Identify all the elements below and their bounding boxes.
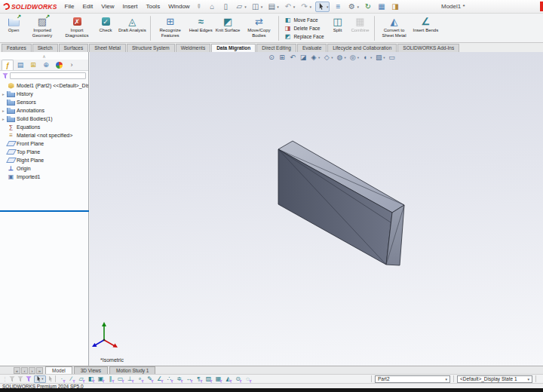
ribbon-button[interactable]: Open: [2, 14, 25, 42]
command-tab[interactable]: Sheet Metal: [89, 44, 126, 52]
clear-filters-icon[interactable]: [9, 376, 15, 382]
filter-solid-body-icon[interactable]: [97, 375, 104, 382]
view-tool-button[interactable]: [336, 54, 346, 61]
ribbon-button[interactable]: Check: [94, 14, 117, 42]
quick-access-button[interactable]: [390, 2, 400, 12]
command-tab[interactable]: Features: [2, 44, 32, 52]
ribbon-small-button[interactable]: Delete Face: [284, 24, 324, 32]
graphics-viewport[interactable]: *Isometric: [90, 52, 543, 366]
filter-block-icon[interactable]: [215, 375, 222, 382]
tree-root-item[interactable]: Model1 (Part2) <<Default>_Display St: [0, 81, 88, 90]
ribbon-small-button[interactable]: Move Face: [284, 16, 324, 23]
command-tab[interactable]: Evaluate: [297, 44, 327, 52]
display-state-dropdown[interactable]: <Default>_Display State 1 ▾: [457, 375, 532, 383]
ribbon-button[interactable]: [374, 16, 375, 41]
ribbon-button[interactable]: Recognize Features: [153, 14, 188, 42]
nav-first-icon[interactable]: [14, 367, 20, 374]
tree-item[interactable]: Annotations: [0, 106, 88, 115]
tree-item[interactable]: Right Plane: [0, 156, 88, 164]
filter-sketch-icon[interactable]: [146, 375, 153, 382]
tree-item[interactable]: Equations: [0, 123, 88, 131]
quick-access-button[interactable]: [315, 2, 330, 12]
quick-access-button[interactable]: [283, 2, 296, 12]
model-3d-part[interactable]: [90, 52, 543, 366]
panel-collapse-handle[interactable]: ∧: [0, 52, 88, 60]
filter-vertex-icon[interactable]: [58, 375, 65, 382]
menu-item[interactable]: View: [101, 3, 114, 10]
quick-access-button[interactable]: [376, 2, 387, 12]
filter-hatch-icon[interactable]: [205, 375, 212, 382]
lasso-select-icon[interactable]: [48, 376, 53, 382]
rollback-bar[interactable]: [0, 210, 89, 212]
menu-item[interactable]: Window: [168, 3, 189, 10]
command-tab[interactable]: Data Migration: [211, 44, 256, 52]
select-tool-button[interactable]: [34, 375, 46, 383]
filter-point-icon[interactable]: [137, 375, 143, 382]
quick-access-button[interactable]: [207, 2, 217, 12]
filter-connection-point-icon[interactable]: [244, 375, 251, 382]
command-tab[interactable]: SOLIDWORKS Add-Ins: [397, 44, 459, 52]
tree-item[interactable]: Solid Bodies(1): [0, 115, 88, 123]
quick-access-button[interactable]: [220, 2, 231, 12]
toggle-filters-icon[interactable]: [26, 376, 32, 382]
filter-route-point-icon[interactable]: [235, 375, 241, 382]
quick-access-button[interactable]: [333, 2, 343, 12]
manager-tab[interactable]: [2, 60, 14, 70]
command-tab[interactable]: Structure System: [127, 44, 175, 52]
quick-access-button[interactable]: [363, 2, 373, 12]
view-tool-button[interactable]: [299, 54, 307, 61]
filter-axis-icon[interactable]: [107, 375, 114, 382]
ribbon-button[interactable]: Draft Analysis: [117, 14, 148, 42]
command-tab[interactable]: Weldments: [176, 44, 210, 52]
view-tool-button[interactable]: [388, 54, 396, 61]
ribbon-small-button[interactable]: Replace Face: [284, 33, 324, 41]
tree-item[interactable]: Material <not specified>: [0, 131, 88, 139]
view-tool-button[interactable]: [323, 54, 333, 61]
ribbon-button[interactable]: Heal Edges: [188, 14, 214, 42]
command-tab[interactable]: Sketch: [32, 44, 58, 52]
menu-item[interactable]: Insert: [122, 3, 137, 10]
ribbon-button[interactable]: Imported Geometry: [25, 14, 60, 42]
nav-prev-icon[interactable]: [21, 367, 28, 374]
part-dropdown[interactable]: Part2 ▾: [375, 375, 450, 383]
filter-dimension-icon[interactable]: [186, 375, 192, 382]
manager-tab[interactable]: [40, 60, 52, 70]
ribbon-button[interactable]: Move/Copy Bodies: [241, 14, 276, 42]
view-tool-button[interactable]: [362, 54, 372, 61]
filter-edge-icon[interactable]: [68, 375, 75, 382]
command-tab[interactable]: Direct Editing: [256, 44, 296, 52]
filter-funnel-icon[interactable]: [2, 73, 8, 79]
ribbon-button[interactable]: Split: [327, 14, 349, 42]
ribbon-button[interactable]: Knit Surface: [214, 14, 242, 42]
document-tab[interactable]: Model: [45, 366, 72, 374]
quick-access-button[interactable]: [250, 2, 264, 12]
command-tab[interactable]: Lifecycle and Collaboration: [327, 44, 397, 52]
nav-next-icon[interactable]: [29, 367, 35, 374]
tree-item[interactable]: Front Plane: [0, 139, 88, 148]
tree-item[interactable]: Sensors: [0, 98, 88, 106]
ribbon-button[interactable]: [150, 16, 151, 41]
filter-surface-body-icon[interactable]: [87, 375, 94, 382]
filter-origin-icon[interactable]: [127, 375, 133, 382]
clear-all-filters-icon[interactable]: [17, 376, 23, 382]
quick-access-button[interactable]: [266, 2, 280, 12]
filter-sketch-point-icon[interactable]: [166, 375, 173, 382]
manager-tab[interactable]: [66, 60, 78, 70]
document-tab[interactable]: Motion Study 1: [109, 366, 155, 374]
command-tab[interactable]: Surfaces: [59, 44, 89, 52]
document-tab[interactable]: 3D Views: [74, 366, 108, 374]
quick-access-button[interactable]: [234, 2, 247, 12]
filter-weld-bead-icon[interactable]: [225, 375, 232, 382]
manager-tab[interactable]: [14, 60, 26, 70]
tree-item[interactable]: Imported1: [0, 173, 88, 181]
filter-midpoint-icon[interactable]: [176, 375, 183, 382]
ribbon-button[interactable]: Insert Bends: [412, 14, 440, 42]
nav-last-icon[interactable]: [36, 367, 43, 374]
tree-filter-input[interactable]: [10, 72, 86, 79]
ribbon-button[interactable]: Convert to Sheet Metal: [377, 14, 412, 42]
toolbar-grip[interactable]: ⋮: [2, 376, 7, 382]
ribbon-button[interactable]: [278, 16, 279, 41]
tree-item[interactable]: History: [0, 90, 88, 98]
view-tool-button[interactable]: [310, 54, 320, 61]
menu-item[interactable]: Tools: [146, 3, 160, 10]
